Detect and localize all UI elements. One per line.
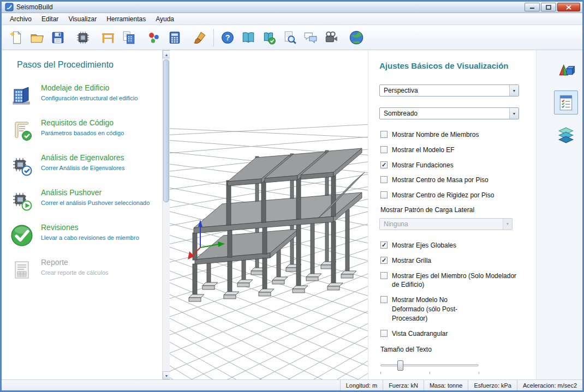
menu-archivo[interactable]: Archivo (5, 14, 37, 25)
checkbox-mostrar-nombre-miembros[interactable]: Mostrar Nombre de Miembros (380, 130, 520, 140)
display-objects-button[interactable] (554, 58, 578, 82)
step-title[interactable]: Análisis Pushover (41, 188, 150, 197)
checkbox-box[interactable]: ✓ (380, 161, 388, 168)
model-viewport-3d[interactable] (170, 50, 368, 379)
menu-ayuda[interactable]: Ayuda (151, 14, 179, 25)
step-title[interactable]: Requisitos de Código (41, 118, 124, 127)
new-project-button[interactable] (6, 27, 27, 48)
left-panel-scrollbar[interactable]: ▲ ▼ (162, 50, 170, 379)
main-area: Pasos del Procedimiento Modelaje de Edif… (2, 50, 582, 379)
checkbox-ejes-globales[interactable]: ✓ Mostrar Ejes Globales (380, 241, 520, 250)
verification-button[interactable] (259, 27, 279, 48)
save-project-button[interactable] (47, 27, 68, 48)
menu-visualizar[interactable]: Visualizar (63, 14, 102, 25)
step-title[interactable]: Revisiones (41, 223, 139, 232)
help-button[interactable]: ? (217, 27, 238, 48)
step-analisis-pushover[interactable]: Análisis Pushover Correr el análisis Pus… (2, 183, 162, 218)
render-mode-select[interactable]: Sombreado ▼ (379, 107, 519, 119)
visualization-settings-title: Ajustes Básicos de Visualización (379, 61, 520, 70)
menu-editar[interactable]: Editar (37, 14, 63, 25)
close-button[interactable] (557, 3, 580, 11)
building-model[interactable] (170, 50, 368, 379)
visualization-checklist-button[interactable] (554, 91, 578, 114)
slider-track[interactable] (380, 364, 479, 366)
checkbox-box[interactable] (380, 296, 388, 303)
app-window: SeismoBuild Archivo Editar Visualizar He… (0, 0, 584, 392)
menubar: Archivo Editar Visualizar Herramientas A… (2, 13, 582, 25)
step-subtitle: Llevar a cabo revisiones de miembro (41, 234, 139, 243)
analysis-chip-button[interactable] (73, 27, 93, 48)
step-requisitos-codigo[interactable]: Requisitos de Código Parámetros basados … (2, 113, 162, 148)
checkbox-box[interactable] (380, 330, 388, 337)
forum-button[interactable] (300, 27, 321, 48)
view-type-select[interactable]: Perspectiva ▼ (379, 85, 519, 97)
layers-button[interactable] (554, 123, 578, 147)
checkbox-ejes-miembro[interactable]: Mostrar Ejes del Miembro (Solo Modelador… (380, 272, 520, 290)
window-title: SeismoBuild (16, 3, 525, 11)
checkbox-grilla[interactable]: ✓ Mostrar Grilla (380, 256, 520, 266)
app-icon (5, 3, 14, 11)
status-aceleracion: Aceleracion: m/sec2 (517, 380, 582, 390)
checkbox-box[interactable] (380, 272, 388, 279)
text-size-slider[interactable] (380, 360, 479, 374)
checkbox-centro-masa-piso[interactable]: Mostrar Centro de Masa por Piso (380, 176, 520, 185)
display-options-button[interactable] (189, 27, 210, 48)
checkbox-box[interactable] (380, 146, 388, 153)
step-analisis-eigenvalores[interactable]: Análisis de Eigenvalores Correr Análisis… (2, 148, 162, 183)
report-icon (9, 258, 34, 283)
load-pattern-select: Ninguna ▼ (379, 218, 513, 230)
side-toolbar (536, 50, 582, 379)
step-subtitle: Correr Análisis de Eigenvalores (41, 164, 124, 173)
step-subtitle: Configuración estructural del edificio (41, 94, 138, 103)
checkbox-vista-cuadrangular[interactable]: Vista Cuadrangular (380, 329, 520, 339)
pushover-analysis-icon (9, 188, 34, 213)
minimize-button[interactable] (525, 3, 540, 11)
chevron-down-icon: ▼ (509, 85, 519, 96)
scrollbar-thumb[interactable] (163, 59, 169, 202)
step-reporte[interactable]: Reporte Crear reporte de cálculos (2, 253, 162, 288)
step-title[interactable]: Reporte (41, 258, 109, 267)
step-revisiones[interactable]: Revisiones Llevar a cabo revisiones de m… (2, 218, 162, 253)
titlebar[interactable]: SeismoBuild (2, 2, 582, 13)
status-esfuerzo: Esfuerzo: kPa (468, 380, 516, 390)
status-masa: Masa: tonne (424, 380, 468, 390)
checkbox-mostrar-fundaciones[interactable]: ✓ Mostrar Fundaciones (380, 161, 520, 170)
checkbox-modelo-no-deformado[interactable]: Mostrar Modelo No Deformado (sólo Post-P… (380, 295, 520, 323)
checkbox-box[interactable] (380, 191, 388, 198)
maximize-button[interactable] (541, 3, 556, 11)
manual-button[interactable] (238, 27, 259, 48)
checkbox-box[interactable]: ✓ (380, 242, 388, 249)
step-subtitle: Parámetros basados en código (41, 129, 124, 138)
checkbox-centro-rigidez-piso[interactable]: Mostrar Centro de Rigidez por Piso (380, 191, 520, 200)
scroll-down-arrow-icon[interactable]: ▼ (163, 371, 170, 379)
slider-ticks (380, 372, 479, 374)
scroll-up-arrow-icon[interactable]: ▲ (163, 50, 170, 58)
step-subtitle: Correr el análisis Pushover seleccionado (41, 199, 150, 208)
procedure-steps-panel: Pasos del Procedimiento Modelaje de Edif… (2, 50, 162, 379)
checkbox-mostrar-modelo-ef[interactable]: Mostrar el Modelo EF (380, 146, 520, 155)
step-title[interactable]: Análisis de Eigenvalores (41, 153, 124, 162)
visualization-settings-panel: Ajustes Básicos de Visualización Perspec… (368, 50, 536, 379)
status-fuerza: Fuerza: kN (383, 380, 424, 390)
slider-thumb[interactable] (397, 360, 403, 371)
menu-herramientas[interactable]: Herramientas (102, 14, 151, 25)
step-title[interactable]: Modelaje de Edificio (41, 83, 138, 92)
checkbox-box[interactable]: ✓ (380, 257, 388, 264)
checkbox-box[interactable] (380, 131, 388, 138)
building-modeler-button[interactable] (98, 27, 118, 48)
code-requirements-icon (9, 118, 34, 143)
search-button[interactable] (279, 27, 300, 48)
calculator-button[interactable] (164, 27, 185, 48)
code-requirements-button[interactable] (118, 27, 139, 48)
step-modelaje-edificio[interactable]: Modelaje de Edificio Configuración estru… (2, 79, 162, 113)
toolbar: ? (2, 25, 582, 50)
materials-button[interactable] (144, 27, 164, 48)
text-size-label: Tamaño del Texto (380, 346, 520, 353)
open-project-button[interactable] (27, 27, 47, 48)
status-longitud: Longitud: m (340, 380, 383, 390)
checkbox-box[interactable] (380, 176, 388, 183)
website-button[interactable] (346, 27, 367, 48)
building-icon (9, 83, 34, 108)
video-tutorials-button[interactable] (321, 27, 342, 48)
statusbar: Longitud: m Fuerza: kN Masa: tonne Esfue… (2, 379, 582, 390)
